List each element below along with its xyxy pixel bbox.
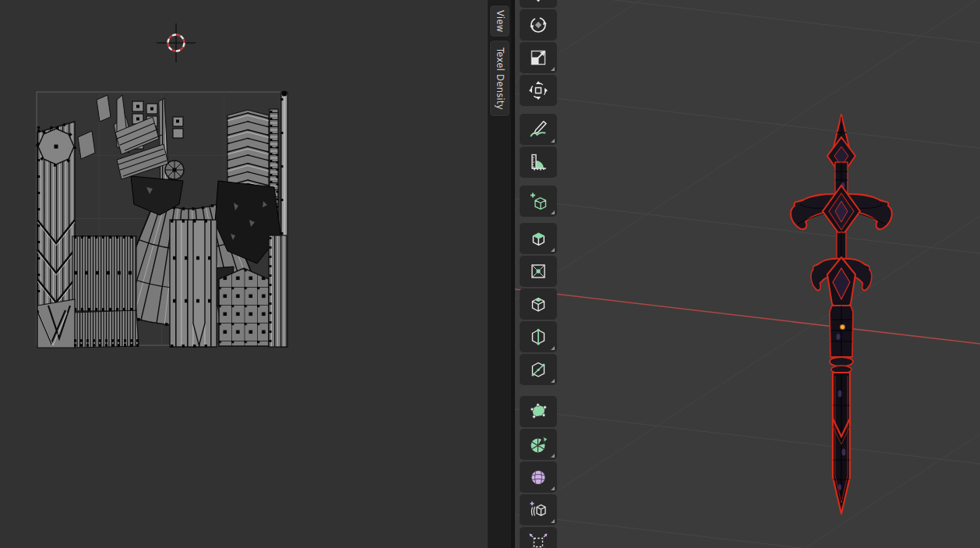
tool-edge-slide-button[interactable] [520,494,557,525]
tool-transform-button[interactable] [520,75,557,106]
measure-icon [528,152,548,172]
tool-scale-button[interactable] [520,42,557,73]
tool-move-button[interactable] [520,0,557,8]
tool-submenu-indicator [551,346,555,350]
spin-icon [528,434,548,454]
tool-rotate-button[interactable] [520,9,557,41]
blender-style-workspace: View Texel Density [0,0,980,548]
extrude-icon [528,228,548,249]
transform-icon [528,80,548,101]
tab-view[interactable]: View [489,5,510,37]
tool-bevel-button[interactable] [520,288,557,320]
bevel-icon [528,294,548,314]
tool-measure-button[interactable] [520,147,557,178]
rotate-icon [528,15,548,35]
sidebar-tab-strip: View Texel Density [488,0,511,548]
tool-submenu-indicator [551,454,555,458]
viewport-grid [515,0,980,548]
poly-build-icon [528,401,548,422]
tool-annotate-button[interactable] [520,114,557,145]
tab-view-label: View [495,10,506,33]
viewport-3d[interactable] [515,0,980,548]
tab-texel-density-label: Texel Density [495,48,506,110]
inset-icon [528,261,548,281]
smooth-icon [528,467,548,487]
tool-toolbar [520,0,557,548]
sword-mesh-object[interactable] [791,115,892,514]
scale-icon [528,48,548,68]
tool-loop-cut-button[interactable] [520,321,557,352]
viewport-canvas[interactable] [515,0,980,548]
tab-texel-density[interactable]: Texel Density [489,40,510,117]
uv-canvas[interactable] [0,0,488,548]
tool-submenu-indicator [551,486,555,490]
tool-poly-build-button[interactable] [520,396,557,427]
tool-extrude-button[interactable] [520,223,557,254]
tool-submenu-indicator [551,139,555,143]
add-cube-icon [528,191,548,211]
shrink-fatten-icon [528,532,548,548]
object-origin-dot [840,324,844,329]
edge-slide-icon [528,500,548,520]
tool-submenu-indicator [551,248,555,252]
tool-add-cube-button[interactable] [520,186,557,217]
uv-editor-area[interactable] [0,0,488,548]
uv-islands [37,91,287,348]
move-icon [528,0,548,2]
tool-submenu-indicator [551,210,555,214]
tool-submenu-indicator [551,67,555,71]
x-axis-line [515,289,980,344]
knife-icon [528,359,548,380]
tool-spin-button[interactable] [520,429,557,460]
tool-shrink-fatten-button[interactable] [520,527,557,548]
tool-smooth-button[interactable] [520,461,557,493]
tool-submenu-indicator [551,519,555,523]
tool-inset-button[interactable] [520,256,557,287]
tool-submenu-indicator [551,379,555,383]
annotate-icon [528,119,548,140]
uv-2d-cursor[interactable] [157,23,196,62]
loop-cut-icon [528,327,548,347]
tool-knife-button[interactable] [520,354,557,385]
